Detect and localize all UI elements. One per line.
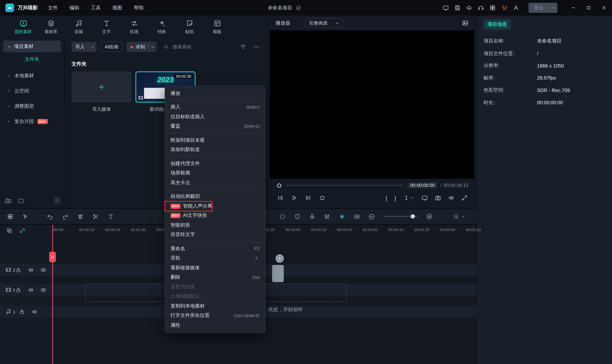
mark-out-button[interactable]: } — [394, 195, 396, 201]
audio-mixer-icon[interactable] — [324, 213, 330, 220]
mark-in-button[interactable]: { — [386, 195, 387, 201]
delete-icon[interactable] — [77, 213, 84, 220]
sidebar-item-project-media[interactable]: 项目素材 — [3, 40, 61, 52]
sidebar-item-local-media[interactable]: 本地素材 — [3, 70, 61, 81]
menu-tools[interactable]: 工具 — [91, 4, 101, 11]
cloud-upload-icon[interactable] — [466, 5, 472, 11]
search-input[interactable] — [172, 44, 213, 50]
menu-item-properties[interactable]: 属性 — [165, 320, 265, 330]
menu-item-smart-rough-cut[interactable]: 智能初剪 — [165, 221, 265, 230]
quick-split-handle[interactable] — [49, 252, 56, 262]
new-folder-icon[interactable] — [5, 197, 12, 204]
zoom-in-icon[interactable] — [426, 213, 432, 220]
menu-item-copy-to-local[interactable]: 复制到本地素材 — [165, 301, 265, 311]
beat-detection-icon[interactable] — [339, 213, 345, 220]
save-icon[interactable] — [454, 5, 461, 11]
menu-item-rename[interactable]: 重命名F2 — [165, 244, 265, 253]
auto-ripple-icon[interactable] — [353, 213, 360, 220]
menu-item-speech-to-text[interactable]: 语音转文字 — [165, 230, 265, 240]
menu-item-play[interactable]: 播放 — [165, 89, 265, 98]
apps-grid-icon[interactable] — [489, 5, 496, 11]
hide-track-icon[interactable] — [40, 287, 47, 293]
folder-icon[interactable] — [18, 197, 25, 204]
menu-item-insert[interactable]: 插入Shift+I — [165, 103, 265, 112]
import-dropdown[interactable] — [89, 42, 96, 52]
cart-icon[interactable] — [501, 5, 508, 11]
marker-icon[interactable] — [294, 213, 300, 220]
export-caret[interactable] — [549, 3, 558, 13]
ai-paint-button[interactable]: AI绘画 — [100, 42, 123, 52]
redo-icon[interactable] — [62, 213, 68, 220]
account-icon[interactable] — [513, 5, 519, 11]
compare-view-icon[interactable] — [462, 20, 469, 26]
sidebar-item-adjustment-layer[interactable]: 调整图层 — [3, 100, 61, 112]
render-preview-icon[interactable] — [279, 213, 286, 220]
menu-item-insert-to-target-track[interactable]: 仅目标轨道插入 — [165, 112, 265, 122]
mute-icon[interactable] — [448, 195, 454, 201]
zoom-out-icon[interactable] — [368, 213, 375, 220]
tab-transition[interactable]: 转场 — [120, 19, 148, 35]
play-button[interactable] — [291, 195, 298, 201]
tab-sticker[interactable]: 贴纸 — [176, 19, 203, 35]
import-media-dropzone[interactable] — [71, 71, 131, 103]
menu-edit[interactable]: 编辑 — [69, 4, 79, 11]
video-preview[interactable] — [270, 30, 474, 179]
sidebar-item-compound-clip[interactable]: 复合片段 NEW — [3, 116, 61, 127]
tab-template[interactable]: 模板 — [203, 19, 231, 35]
tab-project-info[interactable]: 项目信息 — [484, 19, 511, 30]
filter-icon[interactable] — [240, 44, 247, 50]
menu-item-highlight-beat[interactable]: 高光卡点 — [165, 178, 265, 187]
record-dropdown[interactable] — [149, 42, 157, 52]
menu-item-scene-detection[interactable]: 场景检测 — [165, 168, 265, 178]
sidebar-item-folder[interactable]: 文件夹 — [3, 52, 61, 66]
edit-point-dropdown[interactable] — [403, 195, 415, 201]
menu-item-add-to-new-track[interactable]: 添加到新轨道 — [165, 145, 265, 155]
menu-item-overwrite[interactable]: 覆盖Shift+O — [165, 122, 265, 131]
chevron-down-icon[interactable] — [461, 214, 465, 218]
import-media-tile[interactable]: 导入媒体 — [71, 71, 131, 113]
previous-frame-button[interactable] — [277, 195, 284, 201]
close-button[interactable] — [601, 5, 607, 11]
support-icon[interactable] — [478, 5, 484, 11]
menu-item-relink-media[interactable]: 重新链接媒体 — [165, 263, 265, 273]
menu-item-create-proxy-file[interactable]: 创建代理文件 — [165, 159, 265, 168]
hide-track-icon[interactable] — [40, 267, 47, 273]
text-tool-icon[interactable] — [108, 213, 114, 220]
menu-help[interactable]: 帮助 — [134, 4, 144, 11]
tab-stock[interactable]: 素材库 — [37, 19, 65, 35]
lock-track-icon[interactable] — [15, 287, 22, 293]
tab-my-media[interactable]: 我的素材 — [9, 19, 37, 35]
seek-track[interactable] — [286, 185, 403, 186]
stop-button[interactable] — [319, 195, 326, 201]
import-button[interactable]: 导入 — [71, 42, 96, 52]
group-clips-icon[interactable] — [6, 227, 13, 234]
next-frame-button[interactable] — [305, 195, 312, 201]
menu-file[interactable]: 文件 — [48, 4, 58, 11]
export-button[interactable]: 导出 — [528, 3, 557, 13]
more-options-icon[interactable] — [253, 44, 260, 50]
voiceover-icon[interactable] — [309, 213, 315, 220]
collapse-sidebar-button[interactable] — [54, 197, 61, 204]
maximize-button[interactable] — [586, 5, 591, 11]
manage-tracks-icon[interactable] — [7, 213, 13, 220]
snapshot-icon[interactable] — [435, 195, 441, 201]
seek-knob[interactable] — [277, 183, 281, 187]
menu-item-ai-text-cut[interactable]: NEW AI文字快剪 — [165, 211, 265, 221]
tab-audio[interactable]: 音频 — [65, 19, 92, 35]
undo-icon[interactable] — [47, 213, 53, 220]
playhead[interactable] — [52, 225, 53, 364]
mute-track-icon[interactable] — [31, 309, 38, 315]
menu-view[interactable]: 视图 — [113, 4, 122, 11]
tab-text[interactable]: 文字 — [92, 19, 120, 35]
mute-track-icon[interactable] — [28, 267, 34, 273]
minimize-button[interactable] — [571, 5, 576, 11]
secondary-display-icon[interactable] — [421, 195, 428, 201]
track-view-icon[interactable] — [453, 213, 459, 220]
menu-item-audio-track[interactable]: 音轨 — [165, 253, 265, 263]
fullscreen-icon[interactable] — [461, 195, 468, 201]
menu-item-auto-reframe[interactable]: 自动比例裁切 — [165, 192, 265, 201]
split-icon[interactable] — [92, 213, 99, 220]
menu-item-smart-vocal-separation[interactable]: NEW 智能人声分离 — [165, 201, 265, 211]
record-button[interactable]: 录制 — [127, 42, 157, 52]
display-mode-icon[interactable] — [443, 5, 449, 11]
